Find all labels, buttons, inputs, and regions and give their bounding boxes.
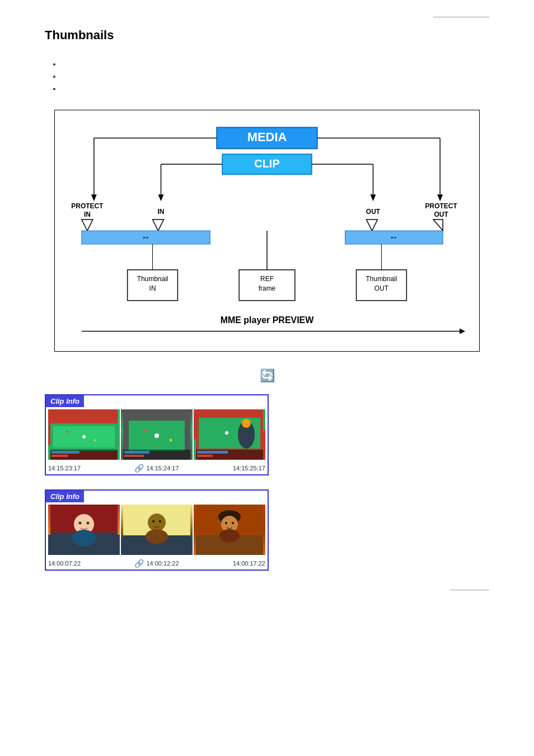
svg-point-56: [154, 433, 159, 438]
svg-point-75: [87, 522, 90, 525]
clip-timecodes-2: 14:00:07:22 🔗 14:00:12:22 14:00:17:22: [46, 557, 268, 570]
svg-point-57: [144, 430, 147, 432]
svg-marker-23: [153, 220, 164, 231]
clip-thumbnails-1: [46, 407, 268, 462]
thumbnail-1c: [194, 409, 265, 460]
svg-point-58: [170, 439, 172, 442]
svg-text:MME player PREVIEW: MME player PREVIEW: [221, 315, 314, 325]
svg-point-49: [66, 431, 68, 433]
svg-marker-6: [91, 194, 97, 201]
svg-text:IN: IN: [149, 284, 156, 292]
clip-panels: Clip Info: [45, 394, 489, 571]
thumbnail-2a: [48, 505, 120, 555]
svg-text:PROTECT: PROTECT: [71, 202, 104, 210]
page-container: Thumbnails MEDIA CLIP: [0, 0, 534, 607]
svg-marker-9: [158, 194, 164, 201]
svg-point-79: [146, 529, 168, 544]
svg-rect-69: [197, 455, 213, 457]
svg-point-74: [79, 522, 82, 525]
svg-text:Thumbnail: Thumbnail: [137, 275, 168, 283]
timecode-left-2: 14:00:07:22: [48, 560, 81, 567]
bullet-item: [62, 59, 489, 68]
svg-rect-52: [51, 451, 79, 454]
svg-text:Thumbnail: Thumbnail: [366, 275, 397, 283]
svg-text:IN: IN: [84, 211, 91, 218]
link-icon-1: 🔗: [134, 464, 144, 473]
link-icon-2: 🔗: [134, 559, 144, 568]
svg-point-81: [159, 520, 161, 522]
svg-text:IN: IN: [158, 208, 165, 216]
svg-text:MEDIA: MEDIA: [247, 130, 287, 144]
svg-point-78: [148, 514, 166, 531]
bullet-item: [62, 72, 489, 81]
thumbnail-2c: [194, 505, 265, 555]
page-title: Thumbnails: [45, 28, 489, 43]
clip-info-header-2: Clip Info: [46, 491, 84, 502]
svg-marker-12: [437, 194, 443, 201]
svg-text:OUT: OUT: [374, 284, 389, 292]
svg-rect-60: [124, 451, 149, 454]
svg-point-87: [225, 522, 227, 524]
svg-rect-53: [51, 455, 68, 457]
svg-text:frame: frame: [259, 284, 276, 292]
svg-text:OUT: OUT: [434, 211, 449, 218]
svg-marker-25: [433, 220, 443, 231]
svg-point-48: [82, 435, 86, 438]
clip-timecodes-1: 14:15:23:17 🔗 14:15:24:17 14:15:25:17: [46, 462, 268, 474]
svg-rect-61: [124, 455, 144, 457]
svg-marker-15: [371, 194, 376, 201]
clip-thumbnails-2: [46, 502, 268, 557]
svg-marker-24: [367, 220, 378, 231]
timecode-mid-2: 🔗 14:00:12:22: [134, 559, 179, 568]
svg-marker-44: [460, 329, 465, 334]
svg-point-50: [94, 439, 96, 441]
thumbnail-1a: [48, 409, 120, 460]
loop-icon: 🔄: [260, 368, 275, 382]
svg-text:REF: REF: [260, 275, 274, 283]
timecode-right-2: 14:00:17:22: [233, 560, 265, 567]
svg-point-86: [219, 529, 240, 543]
bullet-item: [62, 84, 489, 93]
svg-text:OUT: OUT: [366, 208, 381, 216]
svg-marker-22: [82, 220, 93, 231]
svg-point-88: [232, 522, 234, 524]
icon-row: 🔄: [45, 368, 489, 383]
thumbnail-2b: [121, 505, 193, 555]
clip-info-panel-2: Clip Info: [45, 489, 269, 571]
svg-point-64: [225, 431, 228, 435]
svg-text:↔: ↔: [142, 232, 151, 242]
bottom-rule: [450, 590, 489, 590]
clip-info-header-1: Clip Info: [46, 395, 84, 407]
svg-point-66: [242, 419, 251, 428]
svg-point-73: [72, 530, 96, 547]
timecode-mid-1: 🔗 14:15:24:17: [134, 464, 179, 473]
bullet-list: [62, 59, 489, 93]
svg-text:PROTECT: PROTECT: [425, 202, 458, 210]
top-rule: [433, 17, 489, 17]
svg-rect-68: [197, 451, 228, 454]
svg-text:CLIP: CLIP: [254, 157, 279, 170]
svg-text:↔: ↔: [389, 232, 398, 242]
svg-point-80: [152, 520, 154, 522]
diagram-svg: MEDIA CLIP PRO: [60, 116, 474, 351]
clip-info-panel-1: Clip Info: [45, 394, 269, 475]
timecode-left-1: 14:15:23:17: [48, 465, 81, 472]
timecode-right-1: 14:15:25:17: [233, 465, 265, 472]
thumbnail-1b: [121, 409, 193, 460]
diagram-container: MEDIA CLIP PRO: [54, 110, 480, 352]
